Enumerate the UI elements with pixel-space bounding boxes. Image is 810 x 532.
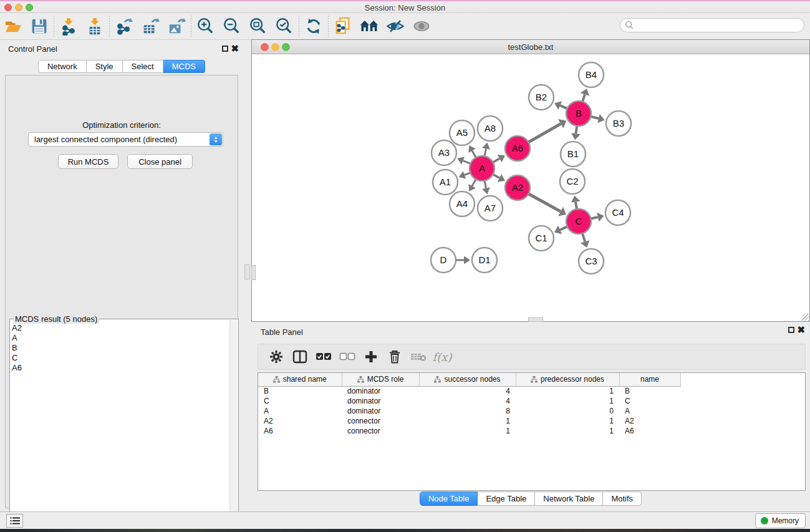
- column-header-MCDS-role[interactable]: MCDS role: [342, 373, 419, 386]
- mcds-result-item[interactable]: C: [12, 353, 228, 363]
- select-all-rows-button[interactable]: [312, 346, 335, 367]
- import-table-icon: [85, 17, 104, 36]
- add-column-button[interactable]: [359, 346, 383, 367]
- cell-predecessor-nodes[interactable]: 0: [516, 406, 619, 416]
- table-row[interactable]: A2connector11A2: [258, 416, 692, 426]
- table-row[interactable]: Cdominator41C: [258, 396, 692, 406]
- search-icon: [625, 21, 634, 30]
- memory-button[interactable]: Memory: [755, 513, 806, 528]
- edge-A6-B[interactable]: [526, 123, 561, 143]
- cell-predecessor-nodes[interactable]: 1: [516, 416, 619, 426]
- close-panel-icon[interactable]: ✖: [231, 43, 239, 54]
- import-table-button[interactable]: [82, 15, 108, 37]
- table-row[interactable]: A6connector11A6: [258, 426, 692, 436]
- cell-name[interactable]: A6: [619, 426, 680, 436]
- cell-successor-nodes[interactable]: 4: [419, 386, 516, 396]
- cell-MCDS-role[interactable]: connector: [342, 426, 419, 436]
- save-session-button[interactable]: [26, 15, 52, 37]
- search-input[interactable]: [620, 18, 804, 32]
- cell-successor-nodes[interactable]: 4: [419, 396, 516, 406]
- mcds-result-title: MCDS result (5 nodes): [13, 314, 99, 324]
- column-header-predecessor-nodes[interactable]: predecessor nodes: [516, 373, 619, 386]
- edge-A2-C[interactable]: [526, 193, 561, 211]
- zoom-in-button[interactable]: [193, 15, 219, 37]
- close-panel-button[interactable]: Close panel: [127, 154, 193, 169]
- panel-splitter-handle[interactable]: [244, 264, 250, 279]
- mcds-result-item[interactable]: A2: [12, 323, 228, 333]
- cell-shared-name[interactable]: A2: [258, 416, 342, 426]
- function-builder-button[interactable]: f(x): [430, 346, 454, 367]
- optimization-dropdown[interactable]: largest connected component (directed) ▲…: [28, 132, 223, 147]
- float-table-panel-icon[interactable]: [788, 327, 794, 333]
- cell-MCDS-role[interactable]: connector: [342, 416, 419, 426]
- float-panel-icon[interactable]: [222, 46, 228, 52]
- mcds-result-item[interactable]: A: [12, 333, 228, 343]
- run-mcds-button[interactable]: Run MCDS: [58, 154, 118, 169]
- cell-successor-nodes[interactable]: 8: [419, 406, 516, 416]
- cell-predecessor-nodes[interactable]: 1: [516, 396, 619, 406]
- network-canvas[interactable]: AA1A2A3A4A5A6A7A8BB1B2B3B4CC1C2C3C4DD1: [252, 54, 809, 321]
- task-history-button[interactable]: [6, 514, 23, 528]
- tab-node-table[interactable]: Node Table: [420, 491, 478, 506]
- import-network-button[interactable]: [55, 15, 82, 37]
- table-row[interactable]: Bdominator41B: [258, 386, 692, 396]
- cell-shared-name[interactable]: A: [258, 406, 342, 416]
- tab-mcds[interactable]: MCDS: [163, 60, 205, 73]
- hide-graphics-details-button[interactable]: [382, 15, 408, 37]
- bottom-splitter-grip[interactable]: [528, 317, 543, 322]
- open-folder-icon: [4, 17, 22, 35]
- mcds-scrollbar[interactable]: [229, 320, 238, 532]
- cell-predecessor-nodes[interactable]: 1: [516, 426, 619, 436]
- export-image-button[interactable]: [163, 15, 190, 37]
- cell-MCDS-role[interactable]: dominator: [342, 406, 419, 416]
- cell-successor-nodes[interactable]: 1: [419, 426, 516, 436]
- show-graphics-details-button[interactable]: [408, 15, 435, 37]
- column-header-name[interactable]: name: [619, 373, 680, 386]
- table-row[interactable]: Adominator80A: [258, 406, 692, 416]
- tab-network[interactable]: Network: [38, 60, 87, 73]
- zoom-selected-button[interactable]: [271, 15, 297, 37]
- deselect-all-rows-button[interactable]: [335, 346, 359, 367]
- cell-name[interactable]: B: [619, 386, 680, 396]
- column-header-shared-name[interactable]: shared name: [258, 373, 342, 386]
- resize-grip-icon[interactable]: [802, 314, 809, 321]
- cell-shared-name[interactable]: B: [258, 386, 342, 396]
- export-table-button[interactable]: [137, 15, 163, 37]
- tab-edge-table[interactable]: Edge Table: [478, 491, 535, 506]
- first-neighbors-button[interactable]: [356, 15, 382, 37]
- tab-select[interactable]: Select: [123, 60, 163, 73]
- cell-MCDS-role[interactable]: dominator: [342, 386, 419, 396]
- clone-network-button[interactable]: [330, 15, 356, 37]
- cell-successor-nodes[interactable]: 1: [419, 416, 516, 426]
- table-settings-button[interactable]: [264, 346, 288, 367]
- mcds-result-item[interactable]: A6: [12, 363, 228, 373]
- cell-name[interactable]: A: [619, 406, 680, 416]
- cell-predecessor-nodes[interactable]: 1: [516, 386, 619, 396]
- delete-table-button[interactable]: [407, 346, 430, 367]
- node-table[interactable]: shared nameMCDS rolesuccessor nodesprede…: [258, 372, 806, 491]
- close-table-panel-icon[interactable]: ✖: [797, 324, 805, 336]
- refresh-button[interactable]: [301, 15, 327, 37]
- delete-column-button[interactable]: [383, 346, 407, 367]
- zoom-out-icon: [223, 17, 241, 36]
- export-network-button[interactable]: [111, 15, 137, 37]
- tab-motifs[interactable]: Motifs: [603, 491, 642, 506]
- cell-shared-name[interactable]: C: [258, 396, 342, 406]
- mcds-result-list[interactable]: A2ABCA6: [12, 323, 228, 531]
- cell-name[interactable]: A2: [619, 416, 680, 426]
- network-graph[interactable]: AA1A2A3A4A5A6A7A8BB1B2B3B4CC1C2C3C4DD1: [252, 54, 809, 321]
- column-visibility-button[interactable]: [288, 346, 312, 367]
- node-label-B3: B3: [613, 118, 624, 128]
- open-file-button[interactable]: [0, 15, 26, 37]
- mcds-result-item[interactable]: B: [12, 343, 228, 353]
- column-header-successor-nodes[interactable]: successor nodes: [419, 373, 516, 386]
- cell-shared-name[interactable]: A6: [258, 426, 342, 436]
- cell-MCDS-role[interactable]: dominator: [342, 396, 419, 406]
- zoom-fit-button[interactable]: [245, 15, 271, 37]
- zoom-out-button[interactable]: [219, 15, 245, 37]
- tab-network-table[interactable]: Network Table: [535, 491, 603, 506]
- network-window-titlebar[interactable]: testGlobe.txt: [252, 40, 809, 54]
- left-splitter-grip[interactable]: [251, 265, 256, 280]
- tab-style[interactable]: Style: [87, 60, 123, 73]
- cell-name[interactable]: C: [619, 396, 680, 406]
